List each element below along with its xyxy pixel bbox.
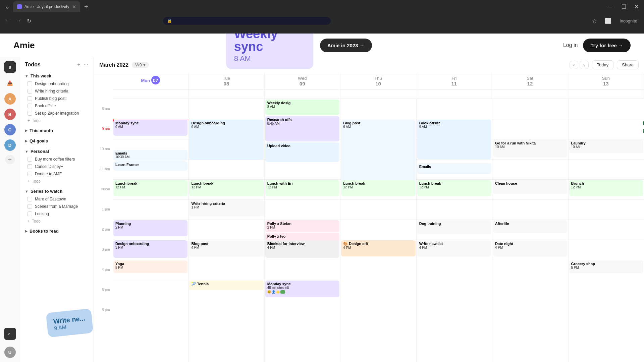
- sidebar-avatar-2[interactable]: B: [4, 109, 16, 120]
- add-personal-todo[interactable]: + Todo: [20, 178, 94, 185]
- event-weekly-design[interactable]: Weekly desig 8 AM: [265, 100, 339, 115]
- chevron-right-icon: ▶: [25, 128, 28, 133]
- event-emails-fri[interactable]: Emails: [417, 163, 491, 174]
- section-personal-header[interactable]: ▼ Personal: [20, 147, 94, 156]
- next-week-button[interactable]: ›: [580, 61, 588, 69]
- try-free-button[interactable]: Try for free →: [583, 39, 631, 52]
- section-this-month-header[interactable]: ▶ This month: [20, 126, 94, 135]
- todo-checkbox[interactable]: [28, 164, 32, 169]
- event-polly-stefan[interactable]: Polly x Stefan 2 PM: [265, 220, 339, 232]
- todo-checkbox[interactable]: [28, 172, 32, 176]
- todo-checkbox[interactable]: [28, 89, 32, 94]
- event-clean-house[interactable]: Clean house: [493, 180, 567, 194]
- event-book-offsite[interactable]: Book offsite 9 AM: [417, 120, 491, 159]
- section-series-header[interactable]: ▼ Series to watch: [20, 187, 94, 195]
- prev-week-button[interactable]: ‹: [570, 61, 578, 69]
- tab-close-button[interactable]: ✕: [72, 4, 76, 9]
- section-books-header[interactable]: ▶ Books to read: [20, 227, 94, 235]
- tab-list-button[interactable]: ⌄: [3, 2, 12, 11]
- sidebar-add-button[interactable]: +: [5, 155, 15, 164]
- event-dog-training[interactable]: Dog training: [417, 220, 491, 234]
- todo-checkbox[interactable]: [28, 96, 32, 101]
- browser-toolbar: ← → ↻ 🔒 amie.so ☆ ⬜ Incognito: [0, 13, 644, 28]
- event-planning[interactable]: Planning 2 PM: [113, 220, 187, 236]
- extensions-button[interactable]: ⬜: [602, 16, 614, 25]
- todo-item-publish-blog: Publish blog post: [20, 95, 94, 102]
- add-this-week-todo[interactable]: + Todo: [20, 117, 94, 124]
- todo-text: Donate to AMF: [35, 172, 62, 176]
- event-blog-post-tue[interactable]: Blog post 4 PM: [189, 240, 263, 256]
- event-research-offs[interactable]: Research offs 8:45 AM: [265, 116, 339, 141]
- sidebar-inbox-icon[interactable]: 📥: [4, 77, 16, 89]
- back-button[interactable]: ←: [4, 16, 12, 25]
- todo-checkbox[interactable]: [28, 204, 32, 209]
- event-afterlife[interactable]: Afterlife: [493, 220, 567, 233]
- event-run-nikita[interactable]: Go for a run with Nikita 10 AM: [493, 140, 567, 157]
- event-date-night[interactable]: Date night 4 PM: [493, 240, 567, 256]
- sidebar-date[interactable]: 8: [4, 61, 16, 73]
- section-this-week-header[interactable]: ▼ This week: [20, 72, 94, 80]
- url-input[interactable]: amie.so: [175, 18, 327, 23]
- event-design-onboarding-mon[interactable]: Design onboarding 3 PM: [113, 240, 187, 258]
- event-blocked-interview[interactable]: Blocked for interview 4 PM: [265, 240, 339, 258]
- day-name-tue: Tue: [223, 76, 230, 81]
- tab-title: Amie - Joyful productivity: [24, 4, 69, 9]
- event-lunch-thu[interactable]: Lunch break 12 PM: [341, 180, 415, 196]
- sidebar-terminal-icon[interactable]: >_: [4, 328, 16, 340]
- today-button[interactable]: Today: [592, 60, 614, 69]
- event-yoga[interactable]: Yoga 5 PM: [113, 260, 187, 273]
- star-button[interactable]: ☆: [589, 16, 599, 25]
- event-monday-sync[interactable]: Monday sync 9 AM: [113, 120, 187, 136]
- todo-checkbox[interactable]: [28, 111, 32, 116]
- todo-checkbox[interactable]: [28, 212, 32, 216]
- login-button[interactable]: Log in: [563, 42, 578, 48]
- sidebar-avatar-3[interactable]: C: [4, 124, 16, 135]
- event-learn-framer[interactable]: Learn Framer: [113, 161, 187, 171]
- time-label-6pm: 6 pm: [94, 307, 113, 327]
- event-emails-mon[interactable]: Emails 10:30 AM: [113, 150, 187, 161]
- event-lunch-mon[interactable]: Lunch break 12 PM: [113, 180, 187, 196]
- chevron-down-icon: ▼: [25, 149, 29, 154]
- sidebar-avatar-4[interactable]: D: [4, 139, 16, 151]
- day-name-sun: Sun: [602, 76, 610, 81]
- event-tennis[interactable]: 🎾 Tennis: [189, 281, 263, 290]
- event-monday-sync-wed[interactable]: Monday sync 45 minutes left 😊👤🌟: [265, 281, 339, 297]
- event-title: Monday sync: [115, 121, 185, 125]
- event-title: Learn Framer: [115, 163, 185, 167]
- sidebar-avatar-1[interactable]: A: [4, 93, 16, 105]
- hour-line: [417, 260, 492, 260]
- event-grocery[interactable]: Grocery shop 5 PM: [569, 260, 643, 273]
- todo-checkbox[interactable]: [28, 197, 32, 201]
- event-brunch[interactable]: Brunch 12 PM: [569, 180, 643, 196]
- time-label-8am: 8 am: [94, 106, 113, 126]
- new-tab-button[interactable]: +: [82, 3, 91, 11]
- event-write-newsletter[interactable]: Write newslet 4 PM: [417, 240, 491, 256]
- event-time: 2 PM: [267, 226, 337, 229]
- hour-line: [265, 280, 340, 280]
- event-design-crit[interactable]: 🎨 Design crit 4 PM: [341, 240, 415, 256]
- amie-2023-button[interactable]: Amie in 2023 →: [320, 39, 372, 52]
- reload-button[interactable]: ↻: [25, 16, 33, 25]
- event-laundry[interactable]: Laundry 10 AM: [569, 140, 643, 153]
- section-q4-header[interactable]: ▶ Q4 goals: [20, 137, 94, 145]
- event-lunch-eri[interactable]: Lunch with Eri 12 PM: [265, 180, 339, 196]
- add-series-todo[interactable]: + Todo: [20, 218, 94, 225]
- hour-line: [569, 179, 644, 180]
- todo-checkbox[interactable]: [28, 104, 32, 108]
- event-lunch-tue[interactable]: Lunch break 12 PM: [189, 180, 263, 196]
- todo-checkbox[interactable]: [28, 157, 32, 162]
- event-upload-video[interactable]: Upload video: [265, 142, 339, 162]
- event-design-onboarding-tue[interactable]: Design onboarding 9 AM: [189, 120, 263, 160]
- close-window-button[interactable]: ✕: [632, 2, 641, 11]
- restore-button[interactable]: ❐: [619, 2, 629, 11]
- address-bar[interactable]: 🔒 amie.so: [163, 17, 331, 25]
- event-blog-post-thu[interactable]: Blog post 9 AM: [341, 120, 415, 185]
- event-lunch-fri[interactable]: Lunch break 12 PM: [417, 180, 491, 196]
- minimize-button[interactable]: —: [605, 2, 616, 11]
- event-write-hiring[interactable]: Write hiring criteria 1 PM: [189, 200, 263, 216]
- todo-checkbox[interactable]: [28, 81, 32, 86]
- forward-button[interactable]: →: [15, 16, 23, 25]
- sidebar-user-avatar[interactable]: U: [4, 347, 16, 358]
- active-tab[interactable]: Amie - Joyful productivity ✕: [13, 1, 80, 12]
- share-button[interactable]: Share: [617, 60, 639, 69]
